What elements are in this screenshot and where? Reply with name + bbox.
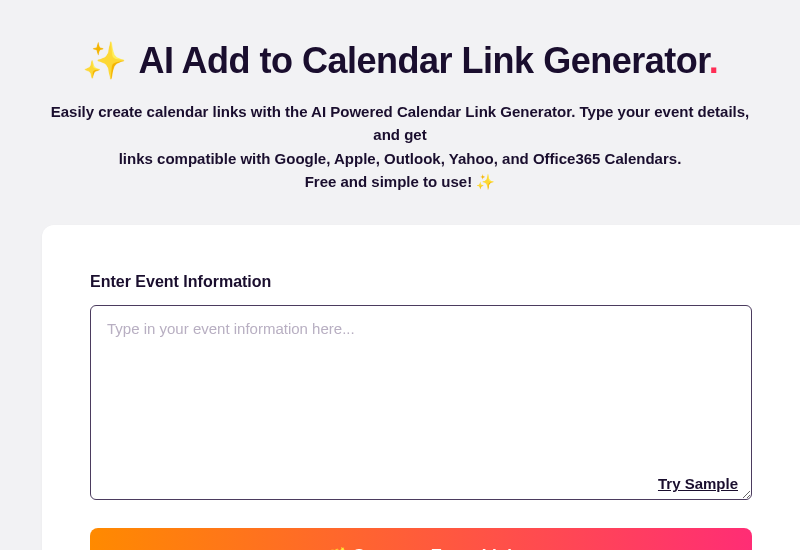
subtitle-line-3: Free and simple to use! ✨ — [305, 173, 496, 190]
generate-event-link-button[interactable]: 🪄 Generate Event Link — [90, 528, 752, 550]
form-card: Enter Event Information Try Sample 🪄 Gen… — [42, 225, 800, 550]
page-container: ✨ AI Add to Calendar Link Generator. Eas… — [0, 0, 800, 550]
generate-button-label: Generate Event Link — [352, 546, 516, 550]
subtitle-line-1: Easily create calendar links with the AI… — [51, 103, 750, 143]
event-info-label: Enter Event Information — [90, 273, 752, 291]
wand-icon: 🪄 — [325, 546, 346, 551]
page-title: ✨ AI Add to Calendar Link Generator. — [0, 40, 800, 82]
subtitle-line-2: links compatible with Google, Apple, Out… — [119, 150, 682, 167]
sparkle-icon: ✨ — [82, 40, 127, 81]
event-info-input[interactable] — [90, 305, 752, 500]
try-sample-button[interactable]: Try Sample — [658, 475, 738, 492]
title-text: AI Add to Calendar Link Generator — [138, 40, 708, 81]
textarea-wrapper: Try Sample — [90, 305, 752, 504]
title-dot: . — [709, 40, 719, 81]
page-subtitle: Easily create calendar links with the AI… — [0, 100, 800, 193]
